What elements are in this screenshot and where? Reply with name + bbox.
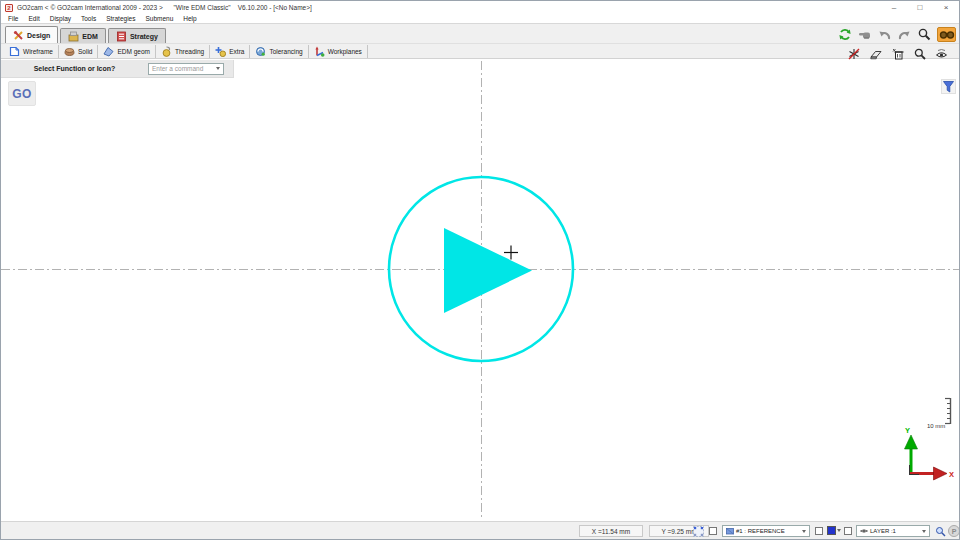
- solid-label: Solid: [78, 48, 92, 55]
- toolbar: Wireframe Solid EDM geom Threading Extra: [1, 43, 959, 59]
- scale-indicator: 10 mm: [927, 398, 951, 429]
- chevron-down-icon: [922, 530, 926, 533]
- layer-combobox-value: LAYER :1: [870, 528, 920, 534]
- tab-row: Design EDM Strategy: [1, 23, 959, 43]
- crosshair-cursor: [504, 246, 518, 260]
- solid-button[interactable]: Solid: [59, 45, 98, 58]
- function-prompt-label: Select Function or Icon?: [1, 65, 148, 72]
- menu-submenu[interactable]: Submenu: [140, 15, 178, 22]
- triangle-entity[interactable]: [444, 228, 532, 313]
- tab-design[interactable]: Design: [5, 26, 58, 43]
- menu-tools[interactable]: Tools: [76, 15, 101, 22]
- solid-icon: [64, 46, 75, 57]
- tab-edm[interactable]: EDM: [60, 28, 106, 43]
- workplane-grid-icon[interactable]: [692, 525, 704, 537]
- go2cam-window: 10 mm Y X 2 GO2cam < © GO2cam Internatio…: [0, 0, 960, 540]
- workplanes-icon: [314, 46, 325, 57]
- menu-file[interactable]: File: [3, 15, 23, 22]
- design-tools-icon: [13, 30, 24, 41]
- current-color-picker[interactable]: [827, 526, 841, 535]
- threading-button[interactable]: Threading: [156, 45, 210, 58]
- tab-strategy-label: Strategy: [130, 33, 158, 40]
- menu-display[interactable]: Display: [45, 15, 76, 22]
- chevron-down-icon: [802, 530, 806, 533]
- wireframe-icon: [9, 46, 20, 57]
- extra-label: Extra: [229, 48, 244, 55]
- workplanes-button[interactable]: Workplanes: [309, 45, 368, 58]
- reference-combobox-value: #1 : REFERENCE: [736, 528, 800, 534]
- chevron-down-icon: [216, 67, 220, 70]
- function-bar: Select Function or Icon? Enter a command: [1, 60, 234, 78]
- tolerancing-icon: [255, 46, 266, 57]
- edm-geom-label: EDM geom: [117, 48, 150, 55]
- go-logo-label: GO: [12, 87, 32, 101]
- edm-machine-icon: [68, 31, 79, 42]
- wireframe-label: Wireframe: [23, 48, 53, 55]
- reference-combobox[interactable]: #1 : REFERENCE: [722, 525, 810, 537]
- tolerancing-button[interactable]: Tolerancing: [250, 45, 308, 58]
- x-coordinate-display: X =11.54 mm: [579, 525, 643, 537]
- color-checkbox[interactable]: [815, 527, 823, 535]
- tab-edm-label: EDM: [82, 33, 98, 40]
- x-axis-label: X: [949, 470, 954, 479]
- command-combobox[interactable]: Enter a command: [148, 63, 224, 75]
- tolerancing-label: Tolerancing: [269, 48, 302, 55]
- window-title: GO2cam < © GO2cam International 2009 - 2…: [17, 4, 312, 11]
- menu-bar: File Edit Display Tools Strategies Subme…: [1, 14, 959, 23]
- eraser-icon[interactable]: [868, 46, 883, 61]
- layer-eye-icon: [860, 528, 868, 534]
- extra-button[interactable]: Extra: [210, 45, 250, 58]
- extra-icon: [215, 46, 226, 57]
- tab-strategy[interactable]: Strategy: [108, 28, 166, 43]
- threading-icon: [161, 46, 172, 57]
- layer-zoom-icon[interactable]: [934, 525, 946, 537]
- zoom-detail-icon[interactable]: [912, 46, 927, 61]
- undo-icon[interactable]: [877, 27, 892, 42]
- scale-label: 10 mm: [927, 423, 945, 429]
- strategy-list-icon: [116, 31, 127, 42]
- layer-combobox[interactable]: LAYER :1: [856, 525, 930, 537]
- close-button[interactable]: ×: [933, 1, 959, 14]
- edm-geom-button[interactable]: EDM geom: [98, 45, 156, 58]
- view-glasses-button[interactable]: [937, 27, 956, 42]
- color-swatch: [827, 526, 836, 535]
- title-bar: 2 GO2cam < © GO2cam International 2009 -…: [1, 1, 959, 14]
- tab-design-label: Design: [27, 32, 50, 39]
- x-coordinate-value: X =11.54 mm: [592, 528, 630, 535]
- filter-button[interactable]: [941, 79, 956, 94]
- go-logo-button[interactable]: GO: [8, 81, 36, 106]
- layer-checkbox[interactable]: [844, 527, 852, 535]
- menu-edit[interactable]: Edit: [23, 15, 44, 22]
- delete-all-icon[interactable]: [846, 46, 861, 61]
- hand-pointer-icon[interactable]: [857, 27, 872, 42]
- parameters-label: P: [952, 528, 957, 535]
- visibility-eye-icon[interactable]: [934, 46, 949, 61]
- menu-help[interactable]: Help: [178, 15, 201, 22]
- status-bar: X =11.54 mm Y =9.25 mm #1 : REFERENCE LA…: [1, 521, 959, 539]
- edm-geom-icon: [103, 46, 114, 57]
- reference-plane-icon: [726, 527, 734, 535]
- menu-strategies[interactable]: Strategies: [101, 15, 140, 22]
- redo-icon[interactable]: [897, 27, 912, 42]
- refresh-icon[interactable]: [837, 27, 852, 42]
- reference-checkbox[interactable]: [709, 527, 717, 535]
- wireframe-button[interactable]: Wireframe: [4, 45, 59, 58]
- command-placeholder: Enter a command: [152, 65, 216, 72]
- parameters-button[interactable]: P: [948, 525, 960, 537]
- drawing-canvas[interactable]: 10 mm Y X: [1, 1, 960, 540]
- y-axis-label: Y: [905, 426, 910, 435]
- chevron-down-icon: [837, 529, 841, 532]
- threading-label: Threading: [175, 48, 204, 55]
- filter-funnel-icon: [943, 81, 954, 93]
- clean-bucket-icon[interactable]: [890, 46, 905, 61]
- glasses-icon: [939, 30, 955, 40]
- minimize-button[interactable]: –: [881, 1, 907, 14]
- maximize-button[interactable]: □: [907, 1, 933, 14]
- axis-triad: Y X: [905, 426, 955, 480]
- app-icon: 2: [5, 4, 13, 12]
- zoom-search-icon[interactable]: [917, 27, 932, 42]
- workplanes-label: Workplanes: [328, 48, 362, 55]
